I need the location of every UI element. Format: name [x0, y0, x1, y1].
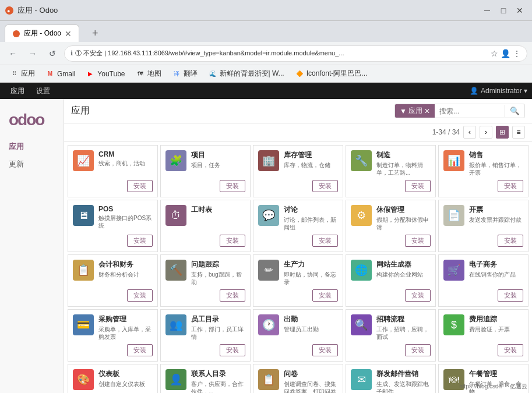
bookmark-iconfont[interactable]: 🔶 Iconfont-阿里巴巴...: [290, 67, 372, 80]
module-icon: 🧩: [165, 150, 186, 171]
close-tab-icon[interactable]: ✕: [65, 29, 72, 38]
close-button[interactable]: ✕: [512, 4, 527, 17]
module-header: 👥 员工目录 工作，部门，员工详情: [165, 314, 245, 341]
sidebar-item-updates[interactable]: 更新: [0, 155, 64, 173]
module-icon: 👤: [165, 369, 186, 390]
sidebar-item-apps[interactable]: 应用: [0, 138, 64, 155]
module-info: 网站生成器 构建你的企业网站: [376, 260, 431, 281]
install-button[interactable]: 安装: [220, 180, 245, 192]
profile-icon[interactable]: 👤: [501, 49, 510, 58]
install-button[interactable]: 安装: [498, 235, 523, 247]
bookmark-translate[interactable]: 译 翻译: [167, 67, 202, 80]
module-card[interactable]: 🖥 POS 触摸屏接口的POS系统 安装: [68, 200, 158, 252]
install-button[interactable]: 安装: [312, 289, 338, 302]
module-card[interactable]: 🔍 招聘流程 工作，招聘，应聘，面试 安装: [346, 309, 436, 362]
module-name: 问卷: [284, 369, 338, 379]
install-button[interactable]: 安装: [498, 344, 523, 356]
install-button[interactable]: 安装: [312, 344, 338, 356]
module-header: ✏ 生产力 即时贴，协同，备忘录: [258, 260, 338, 286]
module-card[interactable]: 📋 会计和财务 财务和分析会计 安装: [68, 254, 158, 307]
module-card[interactable]: 🎨 仪表板 创建自定义仪表板 安装: [68, 364, 158, 393]
module-header: 🔧 制造 制造订单，物料清单，工艺路...: [351, 150, 431, 176]
bookmark-gmail[interactable]: M Gmail: [41, 68, 80, 80]
search-tag-close[interactable]: ✕: [424, 107, 430, 115]
install-button[interactable]: 安装: [405, 344, 431, 356]
odoo-user[interactable]: 👤 Administrator ▾: [470, 87, 527, 95]
module-card[interactable]: 📊 销售 报价单，销售订单，开票 安装: [438, 145, 529, 197]
menu-icon[interactable]: ⋮: [513, 49, 521, 58]
install-button[interactable]: 安装: [127, 180, 153, 192]
install-button[interactable]: 安装: [498, 180, 523, 192]
install-button[interactable]: 安装: [220, 289, 245, 302]
tab-bar: 应用 - Odoo ✕ +: [0, 21, 532, 42]
module-card[interactable]: ✉ 群发邮件营销 生成、发送和跟踪电子邮件 安装: [346, 364, 436, 393]
bookmark-apps[interactable]: ⠿ 应用: [5, 67, 40, 80]
search-tag[interactable]: ▼ 应用 ✕: [395, 104, 435, 118]
bookmark-fresh[interactable]: 🌊 新鲜的背最浙变| W...: [203, 67, 289, 80]
module-desc: 构建你的企业网站: [376, 271, 431, 278]
install-button[interactable]: 安装: [312, 235, 338, 247]
menu-item-apps[interactable]: 应用: [5, 84, 30, 98]
module-card[interactable]: 🏢 库存管理 库存，物流，仓储 安装: [253, 145, 343, 197]
module-card[interactable]: 🕐 出勤 管理员工出勤 安装: [253, 309, 343, 362]
module-card[interactable]: 🛒 电子商务 在线销售你的产品 安装: [438, 254, 529, 307]
module-header: 📋 问卷 创建调查问卷、搜集问卷答案、打印问卷统计: [258, 369, 338, 393]
maximize-button[interactable]: □: [496, 4, 511, 17]
module-card[interactable]: 🧩 项目 项目，任务 安装: [160, 145, 251, 197]
reload-button[interactable]: ↺: [44, 45, 61, 62]
kanban-view-button[interactable]: ⊞: [496, 126, 509, 139]
module-card[interactable]: ⚙ 休假管理 假期，分配和休假申请 安装: [346, 200, 436, 252]
content-area: 应用 ▼ 应用 ✕ 🔍 1-34 / 34 ‹ › ⊞ ≡ 📈: [64, 99, 532, 393]
module-card[interactable]: 📋 问卷 创建调查问卷、搜集问卷答案、打印问卷统计 安装: [253, 364, 343, 393]
module-card[interactable]: 📈 CRM 线索，商机，活动 安装: [68, 145, 158, 197]
install-button[interactable]: 安装: [405, 289, 431, 302]
module-header: ✉ 群发邮件营销 生成、发送和跟踪电子邮件: [351, 369, 431, 393]
install-button[interactable]: 安装: [405, 180, 431, 192]
module-card[interactable]: 📄 开票 发送发票并跟踪付款 安装: [438, 200, 529, 252]
module-header: 🔨 问题跟踪 支持，bug跟踪，帮助: [165, 260, 245, 286]
install-button[interactable]: 安装: [127, 289, 153, 302]
module-card[interactable]: ✏ 生产力 即时贴，协同，备忘录 安装: [253, 254, 343, 307]
bookmark-star-icon[interactable]: ☆: [491, 49, 498, 58]
minimize-button[interactable]: ─: [480, 4, 495, 17]
bookmark-maps[interactable]: 🗺 地图: [131, 67, 166, 80]
module-name: 休假管理: [376, 205, 431, 215]
prev-page-button[interactable]: ‹: [463, 126, 476, 139]
new-tab-icon[interactable]: +: [87, 26, 103, 41]
module-card[interactable]: ⏱ 工时表 安装: [160, 200, 251, 252]
install-button[interactable]: 安装: [405, 235, 431, 247]
module-desc: 客户，供应商，合作伙伴，...: [191, 380, 245, 393]
module-card[interactable]: 💬 讨论 讨论，邮件列表，新闻组 安装: [253, 200, 343, 252]
back-button[interactable]: ←: [5, 45, 21, 62]
install-button[interactable]: 安装: [127, 344, 153, 356]
module-info: 员工目录 工作，部门，员工详情: [191, 314, 245, 341]
search-input[interactable]: [435, 105, 505, 117]
module-card[interactable]: 🔧 制造 制造订单，物料清单，工艺路... 安装: [346, 145, 436, 197]
new-tab-button[interactable]: +: [80, 24, 110, 42]
module-card[interactable]: 💳 采购管理 采购单，入库单，采购发票 安装: [68, 309, 158, 362]
search-button[interactable]: 🔍: [505, 105, 524, 117]
address-text[interactable]: ① 不安全 | 192.168.43.111:8069/web/#view_ty…: [75, 49, 491, 58]
forward-button[interactable]: →: [24, 45, 41, 62]
module-icon: 📋: [258, 369, 279, 390]
module-name: 销售: [469, 150, 523, 160]
list-view-button[interactable]: ≡: [512, 126, 525, 139]
install-button[interactable]: 安装: [220, 235, 245, 247]
menu-item-settings[interactable]: 设置: [30, 84, 56, 98]
module-icon: 💬: [258, 205, 279, 226]
bookmark-youtube[interactable]: ▶ YouTube: [81, 68, 129, 80]
module-info: 问卷 创建调查问卷、搜集问卷答案、打印问卷统计: [284, 369, 338, 393]
active-tab[interactable]: 应用 - Odoo ✕: [5, 24, 79, 42]
module-card[interactable]: $ 费用追踪 费用验证，开票 安装: [438, 309, 529, 362]
next-page-button[interactable]: ›: [480, 126, 492, 139]
install-button[interactable]: 安装: [312, 180, 338, 192]
module-card[interactable]: 🔨 问题跟踪 支持，bug跟踪，帮助 安装: [160, 254, 251, 307]
module-card[interactable]: 🌐 网站生成器 构建你的企业网站 安装: [346, 254, 436, 307]
install-button[interactable]: 安装: [220, 344, 245, 356]
module-desc: 发送发票并跟踪付款: [469, 216, 523, 224]
install-button[interactable]: 安装: [498, 289, 523, 302]
module-card[interactable]: 🍽 午餐管理 午餐订单，膳食，食物 安装: [438, 364, 529, 393]
module-card[interactable]: 👥 员工目录 工作，部门，员工详情 安装: [160, 309, 251, 362]
install-button[interactable]: 安装: [127, 235, 153, 247]
module-card[interactable]: 👤 联系人目录 客户，供应商，合作伙伴，... 安装: [160, 364, 251, 393]
